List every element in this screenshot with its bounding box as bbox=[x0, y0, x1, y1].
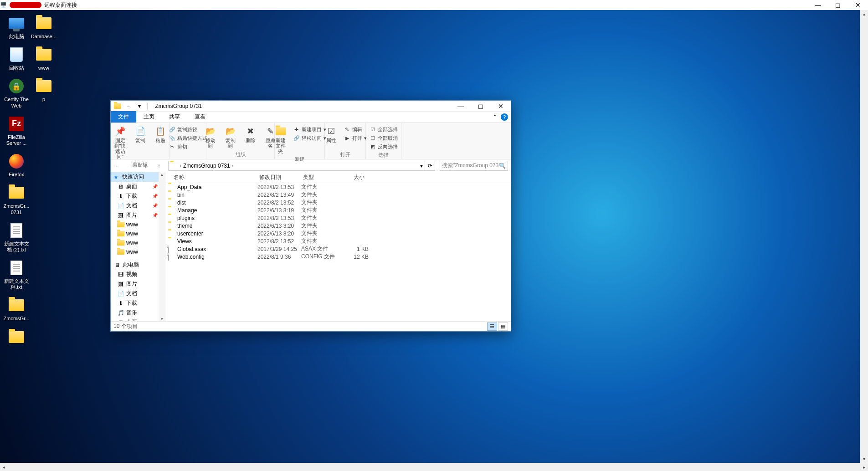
new-item-button[interactable]: ✚新建项目 ▾ bbox=[293, 126, 327, 133]
desktop-icon-filezilla[interactable]: FzFileZilla Server ... bbox=[3, 115, 30, 146]
desktop-icon-zmcms2[interactable]: ZmcmsGr... bbox=[3, 297, 30, 322]
scroll-right-button[interactable]: ▸ bbox=[860, 463, 868, 471]
sidebar-item-4[interactable]: www bbox=[111, 220, 165, 229]
sidebar-pc-item-1[interactable]: 🖼图片 bbox=[111, 279, 165, 289]
tab-share[interactable]: 共享 bbox=[162, 111, 187, 123]
file-row[interactable]: usercenter2022/6/13 3:20文件夹 bbox=[165, 230, 511, 237]
file-row[interactable]: Manage2022/6/13 3:19文件夹 bbox=[165, 206, 511, 214]
properties-button[interactable]: ☑属性 bbox=[323, 125, 339, 144]
search-icon: 🔍 bbox=[499, 163, 506, 169]
explorer-titlebar[interactable]: ▫ ▾ │ ZmcmsGroup 0731 — ◻ ✕ bbox=[111, 101, 511, 112]
easy-access-button[interactable]: 🔗轻松访问 ▾ bbox=[293, 134, 327, 142]
search-input[interactable]: 搜索"ZmcmsGroup 0731" 🔍 bbox=[440, 161, 508, 171]
desktop-icon-www[interactable]: www bbox=[30, 46, 57, 71]
nav-forward-button[interactable]: → bbox=[127, 161, 136, 170]
help-button[interactable]: ? bbox=[501, 113, 508, 121]
nav-recent-button[interactable]: ▾ bbox=[141, 161, 150, 170]
sidebar-this-pc[interactable]: 🖥此电脑 bbox=[111, 260, 165, 270]
open-action-button[interactable]: ▶打开 ▾ bbox=[343, 134, 368, 142]
file-row[interactable]: Web.config2022/8/1 9:36CONFIG 文件12 KB bbox=[165, 253, 511, 261]
icons-view-button[interactable]: ▦ bbox=[498, 323, 508, 331]
crumb-current[interactable]: ZmcmsGroup 0731 bbox=[183, 163, 230, 169]
sidebar-item-7[interactable]: www bbox=[111, 247, 165, 256]
tab-view[interactable]: 查看 bbox=[187, 111, 213, 123]
desktop-icon: 🖥 bbox=[117, 319, 124, 322]
nav-up-button[interactable]: ↑ bbox=[154, 161, 164, 170]
outer-vertical-scrollbar[interactable]: ▴ ▾ bbox=[860, 10, 868, 463]
scroll-up-button[interactable]: ▴ bbox=[860, 10, 868, 18]
sidebar-pc-item-3[interactable]: ⬇下载 bbox=[111, 298, 165, 308]
sidebar-pc-item-0[interactable]: 🎞视频 bbox=[111, 270, 165, 279]
col-date[interactable]: 修改日期 bbox=[257, 174, 300, 181]
rdp-close-button[interactable]: ✕ bbox=[848, 0, 868, 10]
scroll-left-button[interactable]: ◂ bbox=[0, 463, 8, 471]
nav-back-button[interactable]: ← bbox=[113, 161, 123, 170]
col-size[interactable]: 大小 bbox=[340, 174, 368, 181]
col-type[interactable]: 类型 bbox=[300, 174, 340, 181]
file-row[interactable]: dist2022/8/2 13:52文件夹 bbox=[165, 199, 511, 206]
desktop-icon-database[interactable]: Database... bbox=[30, 15, 57, 40]
explorer-close-button[interactable]: ✕ bbox=[491, 101, 511, 112]
tab-file[interactable]: 文件 bbox=[111, 111, 136, 123]
ribbon-collapse-button[interactable]: ⌃ bbox=[493, 114, 497, 120]
sidebar-item-0[interactable]: 🖥桌面📌 bbox=[111, 182, 165, 191]
desktop-icon-firefox[interactable]: Firefox bbox=[3, 153, 30, 178]
select-all-button[interactable]: ☑全部选择 bbox=[369, 126, 399, 133]
desktop-icon-this-pc[interactable]: 此电脑 bbox=[3, 15, 30, 40]
sidebar-item-2[interactable]: 📄文档📌 bbox=[111, 201, 165, 210]
moveto-button[interactable]: 📂移动到 bbox=[202, 125, 219, 149]
crumb-dropdown[interactable]: ▾ bbox=[420, 163, 423, 169]
pin-quickaccess-button[interactable]: 📌固定到"快速访问" bbox=[112, 125, 128, 160]
sidebar-item-1[interactable]: ⬇下载📌 bbox=[111, 191, 165, 201]
outer-horizontal-scrollbar[interactable]: ◂ ▸ bbox=[0, 463, 868, 471]
sidebar-pc-item-5[interactable]: 🖥桌面 bbox=[111, 317, 165, 321]
file-row[interactable]: theme2022/6/13 3:20文件夹 bbox=[165, 222, 511, 230]
sidebar-quick-access[interactable]: ★快速访问 bbox=[111, 172, 165, 182]
remote-desktop[interactable]: 此电脑回收站🔒Certify The WebFzFileZilla Server… bbox=[0, 10, 860, 463]
edit-action-button[interactable]: ✎编辑 bbox=[343, 126, 368, 133]
file-list[interactable]: 名称 修改日期 类型 大小 App_Data2022/8/2 13:53文件夹b… bbox=[165, 172, 511, 321]
sidebar-item-6[interactable]: www bbox=[111, 238, 165, 247]
copyto-button[interactable]: 📂复制到 bbox=[222, 125, 239, 149]
desktop-icon-recycle[interactable]: 回收站 bbox=[3, 46, 30, 71]
rdp-maximize-button[interactable]: ◻ bbox=[828, 0, 848, 10]
desktop-icon-newtxt2[interactable]: 新建文本文档 (2).txt bbox=[3, 222, 30, 253]
desktop-icon-newtxt[interactable]: 新建文本文档.txt bbox=[3, 259, 30, 290]
folder-icon bbox=[7, 184, 26, 201]
delete-button[interactable]: ✖删除 bbox=[242, 125, 259, 144]
explorer-minimize-button[interactable]: — bbox=[451, 101, 471, 112]
tab-home[interactable]: 主页 bbox=[136, 111, 162, 123]
column-headers[interactable]: 名称 修改日期 类型 大小 bbox=[165, 172, 511, 183]
file-row[interactable]: bin2022/8/2 13:49文件夹 bbox=[165, 191, 511, 199]
invert-selection-button[interactable]: ◩反向选择 bbox=[369, 143, 399, 151]
download-icon: ⬇ bbox=[117, 193, 124, 200]
file-row[interactable]: plugins2022/8/2 13:53文件夹 bbox=[165, 214, 511, 222]
desktop-icon-extra-folder[interactable] bbox=[3, 328, 30, 348]
desktop-icon: 🖥 bbox=[117, 183, 124, 190]
rdp-minimize-button[interactable]: — bbox=[808, 0, 828, 10]
qat-properties-button[interactable]: ▫ bbox=[124, 102, 133, 110]
copy-button[interactable]: 📄复制 bbox=[132, 125, 149, 144]
qat-dropdown-button[interactable]: ▾ bbox=[135, 102, 144, 110]
explorer-maximize-button[interactable]: ◻ bbox=[471, 101, 491, 112]
sidebar-item-5[interactable]: www bbox=[111, 229, 165, 238]
file-row[interactable]: Views2022/8/2 13:52文件夹 bbox=[165, 237, 511, 245]
sidebar-scrollbar[interactable]: ▴▾ bbox=[159, 172, 165, 321]
sidebar-item-3[interactable]: 🖼图片📌 bbox=[111, 210, 165, 220]
paste-button[interactable]: 📋粘贴 bbox=[152, 125, 169, 144]
file-row[interactable]: App_Data2022/8/2 13:53文件夹 bbox=[165, 183, 511, 191]
new-folder-button[interactable]: 新建文件夹 bbox=[272, 125, 289, 155]
desktop-icon-certify[interactable]: 🔒Certify The Web bbox=[3, 77, 30, 108]
col-name[interactable]: 名称 bbox=[165, 174, 257, 181]
file-row[interactable]: Global.asax2017/3/29 14:25ASAX 文件1 KB bbox=[165, 245, 511, 253]
details-view-button[interactable]: ☰ bbox=[487, 323, 497, 331]
scroll-down-button[interactable]: ▾ bbox=[860, 455, 868, 463]
nav-sidebar[interactable]: ★快速访问🖥桌面📌⬇下载📌📄文档📌🖼图片📌wwwwwwwwwwww🖥此电脑🎞视频… bbox=[111, 172, 165, 321]
desktop-icon-p[interactable]: p bbox=[30, 77, 57, 102]
select-none-button[interactable]: ☐全部取消 bbox=[369, 134, 399, 142]
sidebar-pc-item-4[interactable]: 🎵音乐 bbox=[111, 308, 165, 317]
refresh-button[interactable]: ⟳ bbox=[425, 161, 435, 171]
sidebar-pc-item-2[interactable]: 📄文档 bbox=[111, 289, 165, 298]
breadcrumb[interactable]: › ZmcmsGroup 0731 › ▾ bbox=[168, 161, 425, 171]
desktop-icon-zmcms0731[interactable]: ZmcmsGr... 0731 bbox=[3, 184, 30, 215]
